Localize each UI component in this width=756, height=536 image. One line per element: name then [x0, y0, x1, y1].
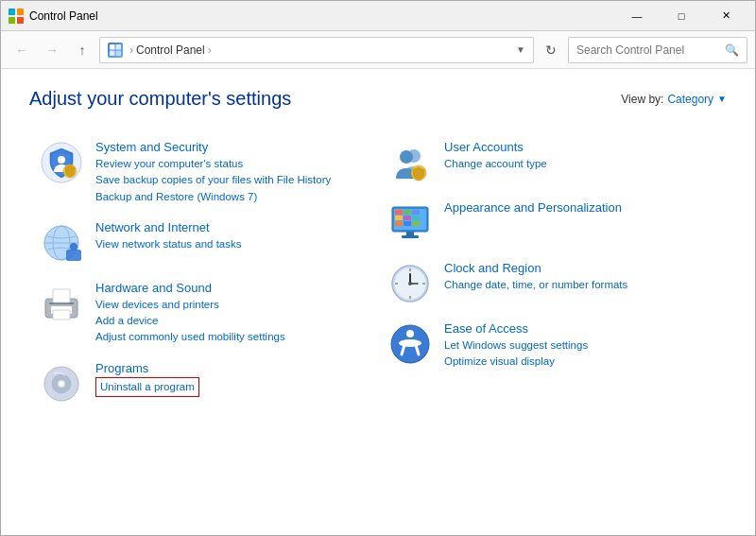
view-by-value[interactable]: Category	[667, 93, 713, 106]
programs-icon	[39, 361, 84, 406]
svg-rect-36	[412, 216, 420, 220]
network-internet-link-0[interactable]: View network status and tasks	[95, 236, 369, 252]
svg-rect-32	[404, 210, 411, 215]
system-security-link-1[interactable]: Save backup copies of your files with Fi…	[95, 172, 369, 188]
view-by: View by: Category ▼	[621, 93, 727, 106]
svg-rect-40	[406, 232, 414, 235]
app-icon	[9, 9, 24, 24]
up-button[interactable]: ↑	[69, 37, 95, 63]
svg-point-53	[399, 339, 421, 347]
user-accounts-title[interactable]: User Accounts	[444, 140, 717, 154]
view-by-arrow[interactable]: ▼	[717, 94, 727, 104]
programs-title[interactable]: Programs	[95, 361, 369, 375]
clock-region-info: Clock and Region Change date, time, or n…	[444, 261, 717, 293]
category-user-accounts[interactable]: User Accounts Change account type	[378, 132, 727, 193]
hardware-sound-info: Hardware and Sound View devices and prin…	[95, 281, 369, 346]
categories-grid: System and Security Review your computer…	[29, 132, 727, 414]
window-controls: — □ ✕	[615, 1, 747, 31]
address-bar: ← → ↑ › Control Panel › ▼ ↻ 🔍	[1, 31, 755, 69]
clock-region-title[interactable]: Clock and Region	[444, 261, 717, 275]
category-network-internet[interactable]: Network and Internet View network status…	[29, 213, 378, 273]
category-ease-of-access[interactable]: Ease of Access Let Windows suggest setti…	[378, 314, 727, 378]
svg-rect-38	[404, 221, 411, 226]
ease-of-access-icon	[387, 321, 433, 367]
category-hardware-sound[interactable]: Hardware and Sound View devices and prin…	[29, 273, 378, 354]
system-security-link-2[interactable]: Backup and Restore (Windows 7)	[95, 189, 369, 205]
network-internet-icon	[39, 220, 84, 266]
svg-rect-4	[110, 44, 115, 50]
path-end-sep: ›	[208, 43, 212, 57]
category-system-security[interactable]: System and Security Review your computer…	[29, 132, 378, 213]
system-security-link-0[interactable]: Review your computer's status	[95, 156, 369, 172]
user-accounts-icon	[387, 140, 433, 185]
svg-rect-21	[53, 310, 70, 320]
ease-of-access-link-0[interactable]: Let Windows suggest settings	[444, 337, 717, 354]
user-accounts-link-0[interactable]: Change account type	[444, 156, 717, 172]
search-icon: 🔍	[725, 43, 739, 57]
right-column: User Accounts Change account type	[378, 132, 727, 414]
forward-button[interactable]: →	[39, 37, 65, 63]
svg-point-9	[58, 156, 65, 164]
hardware-sound-link-1[interactable]: Add a device	[95, 313, 369, 329]
view-by-label: View by:	[621, 93, 663, 106]
hardware-sound-link-0[interactable]: View devices and printers	[95, 297, 369, 313]
ease-of-access-info: Ease of Access Let Windows suggest setti…	[444, 321, 717, 371]
address-path[interactable]: › Control Panel › ▼	[99, 37, 534, 63]
svg-point-50	[408, 282, 412, 285]
network-internet-title[interactable]: Network and Internet	[95, 220, 369, 234]
svg-rect-0	[9, 9, 15, 15]
maximize-button[interactable]: □	[660, 1, 703, 31]
svg-point-25	[60, 382, 63, 386]
system-security-info: System and Security Review your computer…	[95, 140, 369, 205]
svg-rect-3	[17, 17, 24, 24]
svg-rect-14	[66, 250, 81, 261]
ease-of-access-link-1[interactable]: Optimize visual display	[444, 354, 717, 370]
category-appearance[interactable]: Appearance and Personalization	[378, 193, 727, 253]
hardware-sound-icon	[39, 281, 84, 326]
page-title: Adjust your computer's settings	[29, 88, 291, 110]
main-content: Adjust your computer's settings View by:…	[1, 69, 755, 536]
svg-point-15	[70, 243, 77, 251]
close-button[interactable]: ✕	[704, 1, 747, 31]
appearance-info: Appearance and Personalization	[444, 200, 717, 216]
svg-rect-2	[9, 17, 15, 24]
path-separator: ›	[129, 43, 133, 57]
svg-point-52	[406, 330, 414, 337]
refresh-button[interactable]: ↻	[538, 37, 564, 63]
programs-info: Programs Uninstall a program	[95, 361, 369, 397]
title-bar: Control Panel — □ ✕	[1, 1, 755, 31]
svg-rect-35	[404, 216, 411, 220]
hardware-sound-title[interactable]: Hardware and Sound	[95, 281, 369, 295]
clock-region-link-0[interactable]: Change date, time, or number formats	[444, 277, 717, 293]
path-dropdown-arrow[interactable]: ▼	[516, 44, 525, 55]
ease-of-access-title[interactable]: Ease of Access	[444, 321, 717, 336]
path-icon	[108, 43, 123, 58]
svg-rect-5	[116, 44, 122, 50]
path-text: Control Panel	[136, 43, 205, 57]
page-header: Adjust your computer's settings View by:…	[29, 88, 727, 110]
user-accounts-info: User Accounts Change account type	[444, 140, 717, 172]
system-security-icon	[39, 140, 84, 185]
svg-rect-20	[53, 289, 70, 303]
svg-rect-31	[395, 210, 403, 215]
programs-link-0[interactable]: Uninstall a program	[95, 377, 199, 397]
minimize-button[interactable]: —	[615, 1, 659, 31]
window-title: Control Panel	[29, 9, 615, 23]
appearance-title[interactable]: Appearance and Personalization	[444, 200, 717, 215]
svg-rect-39	[412, 221, 420, 226]
svg-rect-34	[395, 216, 403, 220]
hardware-sound-link-2[interactable]: Adjust commonly used mobility settings	[95, 329, 369, 345]
back-button[interactable]: ←	[9, 37, 35, 63]
network-internet-info: Network and Internet View network status…	[95, 220, 369, 252]
system-security-title[interactable]: System and Security	[95, 140, 369, 154]
svg-rect-6	[110, 50, 115, 56]
search-box[interactable]: 🔍	[568, 37, 747, 63]
svg-point-27	[400, 150, 413, 164]
svg-rect-33	[412, 210, 420, 215]
left-column: System and Security Review your computer…	[29, 132, 378, 414]
search-input[interactable]	[576, 43, 725, 57]
category-clock-region[interactable]: Clock and Region Change date, time, or n…	[378, 253, 727, 314]
svg-rect-41	[402, 235, 419, 238]
svg-rect-7	[116, 50, 122, 56]
category-programs[interactable]: Programs Uninstall a program	[29, 354, 378, 414]
